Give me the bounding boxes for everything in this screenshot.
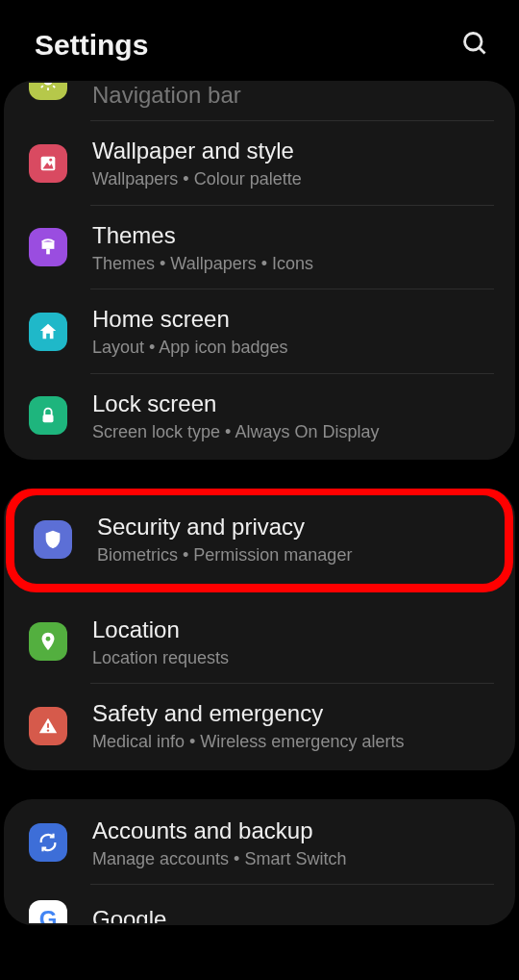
settings-group-display: Brightness • Eye comfort shield • Naviga…: [4, 81, 515, 460]
settings-item-home-screen[interactable]: Home screen Layout • App icon badges: [4, 289, 515, 374]
svg-line-8: [53, 86, 55, 88]
warning-icon: [29, 707, 67, 745]
settings-group-accounts: Accounts and backup Manage accounts • Sm…: [4, 799, 515, 926]
svg-point-17: [47, 729, 49, 731]
search-button[interactable]: [461, 30, 488, 61]
lock-title: Lock screen: [92, 389, 494, 418]
svg-line-1: [480, 48, 485, 54]
accounts-title: Accounts and backup: [92, 817, 494, 845]
themes-subtitle: Themes • Wallpapers • Icons: [92, 253, 494, 275]
page-title: Settings: [35, 29, 148, 62]
svg-line-9: [41, 86, 43, 88]
svg-point-0: [465, 34, 482, 51]
settings-item-google[interactable]: G Google: [4, 885, 515, 923]
display-subtitle-peek: Brightness • Eye comfort shield • Naviga…: [92, 83, 494, 110]
search-icon: [461, 30, 488, 57]
accounts-subtitle: Manage accounts • Smart Switch: [92, 848, 494, 870]
svg-point-13: [49, 159, 52, 162]
google-icon: G: [29, 900, 67, 923]
lock-subtitle: Screen lock type • Always On Display: [92, 421, 494, 443]
wallpaper-icon: [29, 144, 67, 183]
svg-rect-16: [47, 723, 49, 728]
settings-item-security-privacy[interactable]: Security and privacy Biometrics • Permis…: [14, 497, 505, 582]
home-icon: [29, 313, 67, 351]
settings-item-display[interactable]: Brightness • Eye comfort shield • Naviga…: [4, 83, 515, 121]
svg-point-2: [43, 83, 52, 86]
shield-icon: [34, 520, 72, 559]
wallpaper-subtitle: Wallpapers • Colour palette: [92, 168, 494, 190]
wallpaper-title: Wallpaper and style: [92, 137, 494, 165]
location-pin-icon: [29, 622, 67, 661]
google-letter: G: [39, 906, 58, 923]
settings-item-safety-emergency[interactable]: Safety and emergency Medical info • Wire…: [4, 684, 515, 768]
safety-subtitle: Medical info • Wireless emergency alerts: [92, 731, 494, 753]
security-title: Security and privacy: [97, 513, 483, 541]
settings-item-location[interactable]: Location Location requests: [4, 600, 515, 685]
svg-point-15: [46, 637, 51, 641]
themes-icon: [29, 228, 67, 266]
settings-group-privacy: Security and privacy Biometrics • Permis…: [4, 489, 515, 770]
safety-title: Safety and emergency: [92, 699, 494, 728]
settings-item-accounts-backup[interactable]: Accounts and backup Manage accounts • Sm…: [4, 801, 515, 886]
settings-item-wallpaper[interactable]: Wallpaper and style Wallpapers • Colour …: [4, 121, 515, 206]
highlight-box: Security and privacy Biometrics • Permis…: [6, 489, 513, 592]
home-title: Home screen: [92, 305, 494, 334]
display-icon: [29, 83, 67, 100]
security-subtitle: Biometrics • Permission manager: [97, 544, 483, 566]
themes-title: Themes: [92, 221, 494, 250]
google-title: Google: [92, 905, 494, 923]
settings-header: Settings: [0, 0, 519, 81]
svg-rect-14: [43, 415, 54, 422]
home-subtitle: Layout • App icon badges: [92, 337, 494, 359]
sync-icon: [29, 823, 67, 862]
settings-item-themes[interactable]: Themes Themes • Wallpapers • Icons: [4, 206, 515, 290]
location-subtitle: Location requests: [92, 647, 494, 669]
location-title: Location: [92, 616, 494, 644]
lock-icon: [29, 396, 67, 435]
settings-item-lock-screen[interactable]: Lock screen Screen lock type • Always On…: [4, 374, 515, 459]
